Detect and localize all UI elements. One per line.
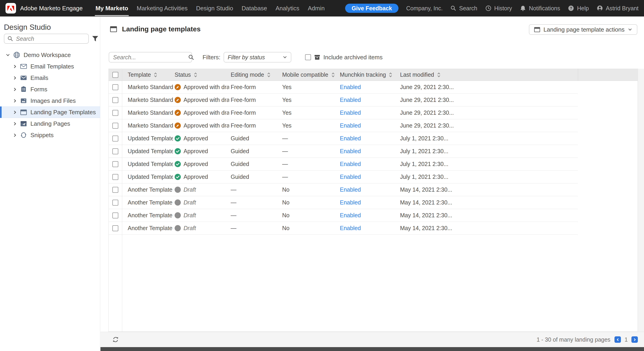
list-search-input[interactable] [112, 54, 188, 61]
status-label: Approved with draft [184, 97, 229, 103]
sidebar-item-forms[interactable]: Forms [0, 84, 100, 95]
col-header-status[interactable]: Status [173, 69, 229, 81]
cell-template: Another Template [122, 199, 173, 206]
tab-database[interactable]: Database [242, 0, 267, 17]
row-checkbox[interactable] [112, 110, 118, 116]
table-row[interactable]: Another Template Draft — No Enabled May … [109, 222, 578, 235]
tab-design-studio[interactable]: Design Studio [196, 0, 233, 17]
sort-icon [332, 72, 334, 78]
select-all-checkbox[interactable] [112, 72, 118, 78]
cell-template: Another Template [122, 212, 173, 219]
give-feedback-button[interactable]: Give Feedback [345, 4, 398, 13]
table-scrollbar-track[interactable] [638, 69, 644, 332]
munchkin-enabled-link[interactable]: Enabled [340, 97, 361, 103]
table-row[interactable]: Another Template Draft — No Enabled May … [109, 183, 578, 196]
tab-analytics[interactable]: Analytics [276, 0, 299, 17]
history-button[interactable]: History [485, 5, 512, 12]
sidebar-item-emails[interactable]: Emails [0, 72, 100, 84]
col-header-munchkin-tracking[interactable]: Munchkin tracking [338, 69, 398, 81]
globe-icon [13, 52, 20, 58]
row-checkbox[interactable] [112, 84, 118, 90]
munchkin-enabled-link[interactable]: Enabled [340, 199, 361, 206]
sidebar-item-landing-pages[interactable]: Landing Pages [0, 118, 100, 129]
sidebar-item-landing-page-templates[interactable]: Landing Page Templates [0, 107, 100, 118]
status-filter-dropdown[interactable]: Filter by status [224, 52, 291, 63]
table-row[interactable]: Marketo Standard... Approved with draft … [109, 107, 578, 119]
table-row[interactable]: Updated Template Approved Guided — Enabl… [109, 145, 578, 158]
table-row[interactable]: Updated Template Approved Guided — Enabl… [109, 171, 578, 183]
col-header-last-modified[interactable]: Last modified [398, 69, 578, 81]
row-checkbox[interactable] [112, 148, 118, 154]
col-header-template[interactable]: Template [122, 69, 173, 81]
cell-status: Approved with draft [173, 84, 229, 91]
tree-node-workspace[interactable]: Demo Workspace [0, 49, 100, 61]
row-checkbox[interactable] [112, 123, 118, 129]
chevron-right-icon [13, 133, 17, 137]
cell-editing-mode: Guided [229, 135, 280, 142]
cell-last-modified: May 14, 2021 2:30... [398, 186, 578, 193]
row-checkbox[interactable] [112, 187, 118, 193]
topbar: Adobe Marketo Engage My Marketo Marketin… [0, 0, 644, 17]
envelope-outline-icon [20, 64, 27, 69]
sidebar-item-images-and-files[interactable]: Images and Files [0, 95, 100, 107]
templates-table: Template Status Editing mode Mobile comp… [108, 69, 638, 332]
tab-marketing-activities[interactable]: Marketing Activities [137, 0, 188, 17]
filter-funnel-icon[interactable] [92, 36, 98, 42]
sidebar-search-row [4, 34, 100, 44]
col-header-mobile-compatible[interactable]: Mobile compatible [280, 69, 338, 81]
munchkin-enabled-link[interactable]: Enabled [340, 84, 361, 91]
table-row[interactable]: Updated Template Approved Guided — Enabl… [109, 132, 578, 145]
munchkin-enabled-link[interactable]: Enabled [340, 109, 361, 116]
global-search-button[interactable]: Search [450, 5, 477, 12]
include-archived-checkbox[interactable] [305, 54, 311, 60]
munchkin-enabled-link[interactable]: Enabled [340, 148, 361, 155]
table-row[interactable]: Another Template Draft — No Enabled May … [109, 196, 578, 209]
row-checkbox[interactable] [112, 212, 118, 218]
row-checkbox[interactable] [112, 174, 118, 180]
workspace-label: Demo Workspace [24, 52, 71, 59]
cell-editing-mode: Guided [229, 174, 280, 180]
munchkin-enabled-link[interactable]: Enabled [340, 122, 361, 129]
munchkin-enabled-link[interactable]: Enabled [340, 161, 361, 167]
sidebar-search-input[interactable] [16, 35, 85, 42]
sidebar-item-email-templates[interactable]: Email Templates [0, 61, 100, 72]
help-button[interactable]: ? Help [568, 5, 588, 12]
include-archived-label: Include archived items [323, 54, 383, 61]
window-template-icon [534, 27, 540, 33]
table-row[interactable]: Updated Template Approved Guided — Enabl… [109, 158, 578, 171]
chevron-down-icon [283, 55, 287, 60]
tab-admin[interactable]: Admin [308, 0, 325, 17]
sidebar-item-snippets[interactable]: Snippets [0, 129, 100, 141]
table-row[interactable]: Marketo Standard... Approved with draft … [109, 94, 578, 107]
next-page-button[interactable] [632, 336, 638, 343]
refresh-icon[interactable] [112, 336, 119, 343]
user-menu[interactable]: Astrid Bryant [597, 5, 638, 12]
sidebar-item-label: Snippets [30, 132, 54, 139]
filters-row: Filters: Filter by status Include archiv… [109, 52, 383, 63]
col-header-editing-mode[interactable]: Editing mode [229, 69, 280, 81]
prev-page-button[interactable] [614, 336, 621, 343]
company-menu[interactable]: Company, Inc. [406, 5, 442, 12]
cell-editing-mode: Free-form [229, 109, 280, 116]
table-row[interactable]: Marketo Standard... Approved with draft … [109, 119, 578, 132]
cell-status: Approved with draft [173, 122, 229, 129]
cell-template: Updated Template [122, 161, 173, 167]
munchkin-enabled-link[interactable]: Enabled [340, 186, 361, 193]
template-actions-button[interactable]: Landing page template actions [529, 24, 637, 35]
table-row[interactable]: Marketo Standard... Approved with draft … [109, 81, 578, 94]
status-label: Approved with draft [184, 109, 229, 116]
notifications-button[interactable]: Notifications [520, 5, 560, 12]
munchkin-enabled-link[interactable]: Enabled [340, 225, 361, 231]
munchkin-enabled-link[interactable]: Enabled [340, 174, 361, 180]
cell-munchkin: Enabled [338, 109, 398, 116]
munchkin-enabled-link[interactable]: Enabled [340, 135, 361, 142]
tab-my-marketo[interactable]: My Marketo [96, 0, 128, 17]
row-checkbox[interactable] [112, 97, 118, 103]
row-checkbox[interactable] [112, 200, 118, 206]
row-checkbox[interactable] [112, 161, 118, 167]
row-checkbox[interactable] [112, 136, 118, 142]
munchkin-enabled-link[interactable]: Enabled [340, 212, 361, 219]
row-checkbox[interactable] [112, 225, 118, 231]
table-row[interactable]: Another Template Draft — No Enabled May … [109, 209, 578, 222]
table-header: Template Status Editing mode Mobile comp… [109, 69, 638, 81]
